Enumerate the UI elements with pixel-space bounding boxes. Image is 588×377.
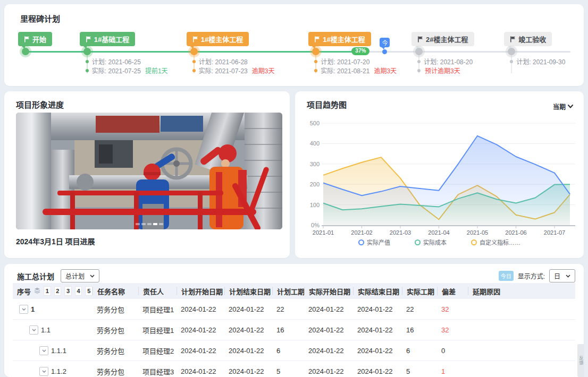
today-marker-dot: 今 [382, 49, 387, 54]
milestone-flag-label: 开始 [32, 34, 46, 44]
milestone-date-row: 实际: 2021-07-23逾期3天 [192, 66, 275, 75]
carousel-dot[interactable] [136, 223, 140, 225]
date-text: 计划: 2021-08-20 [424, 57, 473, 66]
feedback-side-tab-label: 反馈 [578, 356, 584, 365]
actual-end-date: 2024-01-22 [353, 326, 402, 334]
svg-text:2021-05: 2021-05 [467, 229, 488, 236]
milestone-node[interactable]: 1#楼主体工程计划: 2021-07-20实际: 2021-08-21逾期3天 [316, 48, 320, 55]
legend-item[interactable]: 实际产值 [358, 238, 390, 246]
milestone-dates: 计划: 2021-06-28实际: 2021-07-23逾期3天 [192, 57, 275, 75]
column-header-label: 责任人 [143, 286, 164, 296]
date-text: 计划: 2021-06-28 [199, 57, 248, 66]
level-button-1[interactable]: 1 [44, 286, 51, 296]
layers-icon[interactable] [34, 287, 40, 295]
carousel-dot[interactable] [159, 223, 163, 225]
owner: 项目经理3 [138, 366, 177, 376]
actual-duration: 6 [402, 347, 437, 355]
level-button-2[interactable]: 2 [54, 286, 62, 296]
milestone-flag-label: 竣工验收 [518, 34, 546, 44]
milestone-flag[interactable]: 1#楼主体工程 [187, 32, 249, 46]
legend-item[interactable]: 实际成本 [415, 238, 447, 246]
plan-duration: 22 [272, 305, 304, 313]
photo-title: 项目形象进度 [16, 99, 64, 110]
task-id: 1.1 [41, 326, 51, 334]
column-header: 计划结束日期 [224, 287, 272, 295]
milestone-flag[interactable]: 1#基础工程 [80, 32, 135, 46]
milestone-node[interactable]: 开始 [26, 48, 29, 55]
flag-icon [314, 36, 320, 42]
milestone-flag[interactable]: 开始 [18, 32, 52, 46]
trend-chart-title: 项目趋势图 [307, 99, 347, 110]
carousel-dot[interactable] [147, 223, 152, 225]
table-header-row: 序号 12345任务名称责任人计划开始日期计划结束日期计划工期实际开始日期实际结… [13, 283, 575, 299]
column-header: 偏差 [437, 287, 468, 295]
table-row[interactable]: 1.1.1劳务分包项目经理22024-01-222024-01-2262024-… [13, 340, 575, 361]
display-mode-label: 显示方式: [518, 271, 545, 280]
milestone-flag-label: 1#楼主体工程 [323, 34, 365, 44]
expand-toggle-icon[interactable] [39, 367, 48, 376]
period-selector[interactable]: 当期 [553, 102, 573, 111]
milestone-flag[interactable]: 2#楼主体工程 [411, 32, 474, 46]
date-status: 逾期3天 [252, 66, 275, 75]
legend-label: 自定义指标…… [480, 238, 520, 246]
column-header-label: 延期原因 [473, 286, 500, 296]
carousel-dots[interactable] [16, 223, 282, 225]
date-text: 实际: 2021-07-23 [199, 66, 248, 75]
milestone-flag[interactable]: 竣工验收 [504, 32, 552, 46]
svg-text:300: 300 [310, 161, 320, 167]
milestone-node[interactable]: 1#基础工程计划: 2021-06-25实际: 2021-07-25提前1天 [87, 48, 91, 55]
trend-chart-legend[interactable]: 实际产值实际成本自定义指标…… [295, 238, 584, 246]
svg-text:0%: 0% [311, 222, 320, 228]
expand-toggle-icon[interactable] [29, 325, 38, 335]
today-badge[interactable]: 今日 [499, 271, 514, 281]
flag-icon [24, 36, 30, 42]
plan-select-value: 总计划 [65, 271, 85, 280]
table-row[interactable]: 1.1.2劳务分包项目经理32024-01-222024-01-2252024-… [13, 361, 575, 377]
schedule-table: 序号 12345任务名称责任人计划开始日期计划结束日期计划工期实际开始日期实际结… [13, 283, 575, 377]
milestone-node[interactable]: 2#楼主体工程计划: 2021-08-20预计逾期3天 [419, 48, 423, 55]
date-bullet [314, 69, 317, 72]
milestone-node[interactable]: 1#楼主体工程计划: 2021-06-28实际: 2021-07-23逾期3天 [194, 48, 198, 55]
plan-start-date: 2024-01-22 [177, 326, 224, 334]
legend-item[interactable]: 自定义指标…… [471, 238, 520, 246]
level-button-5[interactable]: 5 [85, 286, 93, 296]
column-header-label: 任务名称 [97, 286, 125, 296]
flag-icon [192, 36, 198, 42]
level-button-3[interactable]: 3 [64, 286, 72, 296]
milestone-dates: 计划: 2021-07-20实际: 2021-08-21逾期3天 [314, 57, 397, 75]
flag-icon [86, 36, 91, 42]
milestone-dates: 计划: 2021-08-20预计逾期3天 [417, 57, 473, 75]
date-bullet [417, 69, 421, 72]
svg-text:2021-02: 2021-02 [351, 229, 372, 236]
progress-photo[interactable] [16, 113, 282, 229]
legend-marker-icon [358, 239, 364, 245]
flag-icon [417, 36, 423, 42]
feedback-side-tab[interactable]: 反馈 [577, 344, 584, 377]
level-button-4[interactable]: 4 [75, 286, 82, 296]
deviation: 0 [437, 347, 468, 355]
task-name: 劳务分包 [93, 346, 138, 356]
legend-label: 实际产值 [367, 238, 390, 246]
plan-select[interactable]: 总计划 [61, 269, 99, 282]
expand-toggle-icon[interactable] [39, 346, 48, 355]
carousel-dot[interactable] [141, 223, 146, 225]
plan-end-date: 2024-01-22 [224, 305, 272, 313]
carousel-dot[interactable] [153, 223, 157, 225]
column-header: 实际结束日期 [353, 287, 402, 295]
display-mode-select[interactable]: 日 [549, 269, 575, 282]
table-row[interactable]: 1劳务分包项目经理12024-01-222024-01-22222024-01-… [13, 299, 575, 320]
timeline-progress [26, 51, 352, 53]
legend-label: 实际成本 [423, 238, 447, 246]
milestone-flag[interactable]: 1#楼主体工程 [308, 32, 371, 46]
milestone-date-row: 计划: 2021-06-25 [86, 57, 168, 66]
expand-toggle-icon[interactable] [19, 305, 28, 314]
milestone-node[interactable]: 竣工验收计划: 2021-09-30 [511, 48, 515, 55]
milestone-flag-label: 1#基础工程 [94, 34, 129, 44]
actual-start-date: 2024-01-22 [304, 305, 353, 313]
actual-start-date: 2024-01-22 [304, 326, 353, 334]
date-status: 预计逾期3天 [425, 66, 460, 75]
table-row[interactable]: 1.1劳务分包项目经理12024-01-222024-01-22162024-0… [13, 320, 575, 340]
milestone-flag-label: 1#楼主体工程 [201, 34, 243, 44]
today-marker-bubble: 今 [380, 38, 390, 47]
column-header: 任务名称 [93, 287, 138, 295]
